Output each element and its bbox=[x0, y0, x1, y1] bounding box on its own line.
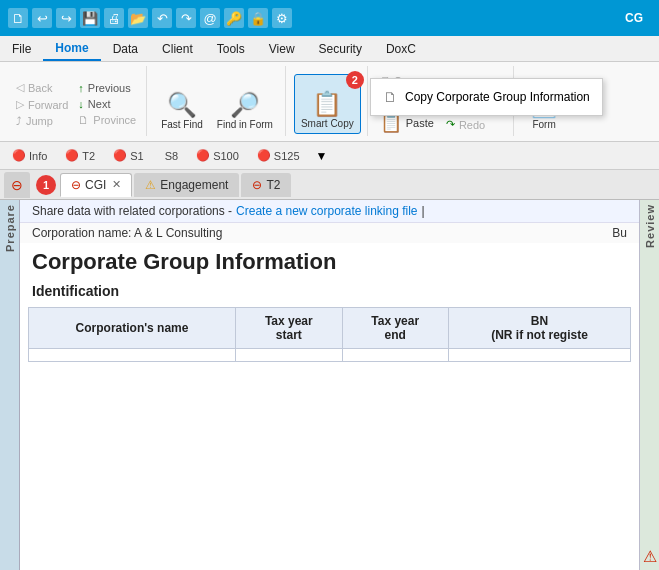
data-table: Corporation's name Tax yearstart Tax yea… bbox=[28, 307, 631, 362]
tab-cgi[interactable]: ⊖ CGI ✕ bbox=[60, 173, 132, 197]
menu-security[interactable]: Security bbox=[307, 38, 374, 60]
new-doc-icon[interactable]: 🗋 bbox=[8, 8, 28, 28]
tab-engagement[interactable]: ⚠ Engagement bbox=[134, 173, 239, 197]
col-tax-year-end: Tax yearend bbox=[342, 308, 448, 349]
cell-corp-name[interactable] bbox=[29, 349, 236, 362]
menu-tools[interactable]: Tools bbox=[205, 38, 257, 60]
forward-icon[interactable]: ↪ bbox=[56, 8, 76, 28]
tab-t2[interactable]: 🔴 T2 bbox=[57, 146, 103, 165]
create-linking-file-link[interactable]: Create a new corporate linking file bbox=[236, 204, 417, 218]
undo-icon[interactable]: ↶ bbox=[152, 8, 172, 28]
tab-info[interactable]: 🔴 Info bbox=[4, 146, 55, 165]
next-button[interactable]: ↓ Next bbox=[74, 97, 114, 111]
corp-name-value: A & L Consulting bbox=[134, 226, 222, 240]
redo-icon: ↷ bbox=[446, 118, 455, 131]
tab-t2-icon: 🔴 bbox=[65, 149, 79, 162]
prepare-label: Prepare bbox=[2, 200, 18, 256]
tab-s125-icon: 🔴 bbox=[257, 149, 271, 162]
info-bar-text: Share data with related corporations - bbox=[32, 204, 232, 218]
title-bar-icons: 🗋 ↩ ↪ 💾 🖨 📂 ↶ ↷ @ 🔑 🔒 ⚙ bbox=[8, 8, 292, 28]
cell-tax-end[interactable] bbox=[342, 349, 448, 362]
find-in-form-icon: 🔎 bbox=[230, 93, 260, 117]
doc-icon: 🗋 bbox=[383, 89, 397, 105]
menu-view[interactable]: View bbox=[257, 38, 307, 60]
corp-name-label: Corporation name: bbox=[32, 226, 131, 240]
forward-icon: ▷ bbox=[16, 98, 24, 111]
title-bar: 🗋 ↩ ↪ 💾 🖨 📂 ↶ ↷ @ 🔑 🔒 ⚙ CG bbox=[0, 0, 659, 36]
close-tab-icon: ⊖ bbox=[11, 177, 23, 193]
tab-t2-doc[interactable]: ⊖ T2 bbox=[241, 173, 291, 197]
cell-tax-start[interactable] bbox=[236, 349, 342, 362]
col-bn: BN(NR if not registe bbox=[448, 308, 630, 349]
ribbon-smartcopy-group: 📋 Smart Copy 2 bbox=[290, 66, 368, 136]
key-icon[interactable]: 🔑 bbox=[224, 8, 244, 28]
doc-tabs: ⊖ 1 ⊖ CGI ✕ ⚠ Engagement ⊖ T2 bbox=[0, 170, 659, 200]
tab-info-icon: 🔴 bbox=[12, 149, 26, 162]
fast-find-icon: 🔍 bbox=[167, 93, 197, 117]
table-container: Corporation's name Tax yearstart Tax yea… bbox=[20, 303, 639, 366]
ribbon: ◁ Back ▷ Forward ⤴ Jump ↑ Previous ↓ Nex… bbox=[0, 62, 659, 142]
ribbon-find-group: 🔍 Fast Find 🔎 Find in Form bbox=[151, 66, 286, 136]
menu-file[interactable]: File bbox=[0, 38, 43, 60]
tabs-more-button[interactable]: ▼ bbox=[310, 147, 334, 165]
settings-icon[interactable]: ⚙ bbox=[272, 8, 292, 28]
info-bar: Share data with related corporations - C… bbox=[20, 200, 639, 223]
tab-s1[interactable]: 🔴 S1 bbox=[105, 146, 151, 165]
jump-icon: ⤴ bbox=[16, 115, 22, 127]
col-corp-name: Corporation's name bbox=[29, 308, 236, 349]
jump-button[interactable]: ⤴ Jump bbox=[12, 114, 57, 128]
tab-s100[interactable]: 🔴 S100 bbox=[188, 146, 247, 165]
main-content: Share data with related corporations - C… bbox=[20, 200, 639, 570]
col-tax-year-start: Tax yearstart bbox=[236, 308, 342, 349]
cgi-tab-icon: ⊖ bbox=[71, 178, 81, 192]
tabs-row: 🔴 Info 🔴 T2 🔴 S1 S8 🔴 S100 🔴 S125 ▼ bbox=[0, 142, 659, 170]
sidebar-left: Prepare bbox=[0, 200, 20, 570]
menu-doxc[interactable]: DoxC bbox=[374, 38, 428, 60]
back-icon[interactable]: ↩ bbox=[32, 8, 52, 28]
page-title: Corporate Group Information bbox=[20, 243, 639, 279]
app-title: CG bbox=[625, 11, 643, 25]
province-button[interactable]: 🗋 Province bbox=[74, 113, 140, 127]
engagement-tab-icon: ⚠ bbox=[145, 178, 156, 192]
tab-s8[interactable]: S8 bbox=[154, 147, 186, 165]
redo-button[interactable]: ↷ Redo bbox=[440, 115, 507, 134]
badge-1: 1 bbox=[36, 175, 56, 195]
cell-bn[interactable] bbox=[448, 349, 630, 362]
at-icon[interactable]: @ bbox=[200, 8, 220, 28]
print-icon[interactable]: 🖨 bbox=[104, 8, 124, 28]
previous-button[interactable]: ↑ Previous bbox=[74, 81, 134, 95]
review-label: Review bbox=[642, 200, 658, 252]
copy-corp-group-info-item[interactable]: 🗋 Copy Corporate Group Information bbox=[371, 83, 602, 111]
corp-name-bar: Corporation name: A & L Consulting Bu bbox=[20, 223, 639, 243]
previous-icon: ↑ bbox=[78, 82, 84, 94]
fast-find-button[interactable]: 🔍 Fast Find bbox=[155, 74, 209, 134]
tab-s100-icon: 🔴 bbox=[196, 149, 210, 162]
menu-data[interactable]: Data bbox=[101, 38, 150, 60]
smart-copy-icon: 📋 bbox=[312, 92, 342, 116]
info-bar-separator: | bbox=[422, 204, 425, 218]
forward-button[interactable]: ▷ Forward bbox=[12, 97, 72, 112]
corp-name-right: Bu bbox=[612, 226, 627, 240]
menu-client[interactable]: Client bbox=[150, 38, 205, 60]
prev-next-group: ↑ Previous ↓ Next 🗋 Province bbox=[74, 74, 140, 134]
back-icon: ◁ bbox=[16, 81, 24, 94]
folder-icon[interactable]: 📂 bbox=[128, 8, 148, 28]
main-layout: Prepare Share data with related corporat… bbox=[0, 200, 659, 570]
ribbon-nav-group: ◁ Back ▷ Forward ⤴ Jump ↑ Previous ↓ Nex… bbox=[8, 66, 147, 136]
tab-s125[interactable]: 🔴 S125 bbox=[249, 146, 308, 165]
save-icon[interactable]: 💾 bbox=[80, 8, 100, 28]
section-header: Identification bbox=[20, 279, 639, 303]
redo-icon[interactable]: ↷ bbox=[176, 8, 196, 28]
smart-copy-button[interactable]: 📋 Smart Copy 2 bbox=[294, 74, 361, 134]
lock-icon[interactable]: 🔒 bbox=[248, 8, 268, 28]
sidebar-right: Review ⚠ bbox=[639, 200, 659, 570]
review-alert-icon: ⚠ bbox=[641, 543, 659, 570]
province-icon: 🗋 bbox=[78, 114, 89, 126]
t2-doc-tab-icon: ⊖ bbox=[252, 178, 262, 192]
back-button[interactable]: ◁ Back bbox=[12, 80, 56, 95]
menu-home[interactable]: Home bbox=[43, 37, 100, 61]
smart-copy-dropdown[interactable]: 🗋 Copy Corporate Group Information bbox=[370, 78, 603, 116]
cgi-close-icon[interactable]: ✕ bbox=[112, 178, 121, 191]
find-in-form-button[interactable]: 🔎 Find in Form bbox=[211, 74, 279, 134]
close-other-tab[interactable]: ⊖ bbox=[4, 172, 30, 198]
